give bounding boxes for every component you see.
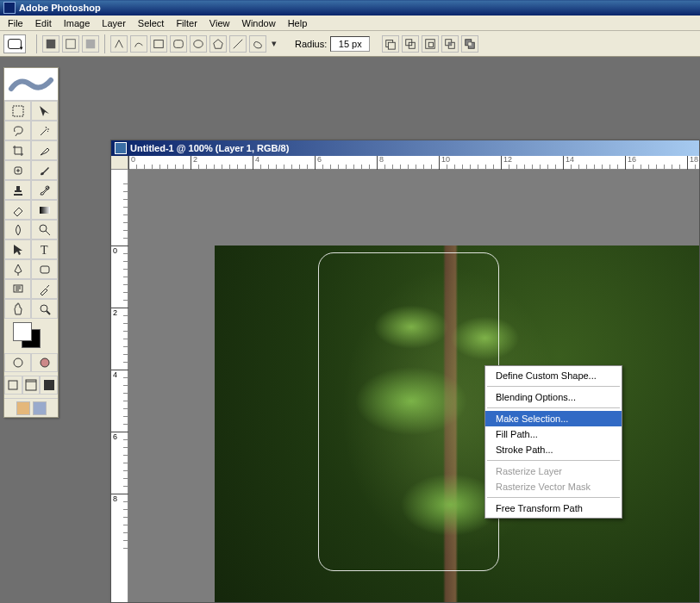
tool-eraser[interactable] — [4, 200, 31, 220]
menu-select[interactable]: Select — [132, 17, 171, 29]
radius-input[interactable] — [330, 36, 370, 52]
context-menu-separator — [487, 497, 620, 498]
svg-text:T: T — [41, 244, 48, 257]
context-menu-item[interactable]: Define Custom Shape... — [485, 368, 622, 383]
context-menu-separator — [487, 386, 620, 387]
tool-slice[interactable] — [31, 140, 58, 160]
ruler-h-label: 10 — [441, 155, 450, 164]
tool-marquee[interactable] — [4, 101, 31, 121]
ruler-h-label: 12 — [503, 155, 512, 164]
svg-rect-0 — [47, 39, 56, 48]
ruler-h-label: 0 — [131, 155, 135, 164]
rect-shape-icon[interactable] — [150, 35, 167, 53]
context-menu-item[interactable]: Free Transform Path — [485, 500, 622, 516]
menu-help[interactable]: Help — [282, 17, 314, 29]
ruler-h-label: 2 — [193, 155, 197, 164]
menu-view[interactable]: View — [203, 17, 236, 29]
palette-header[interactable] — [4, 68, 58, 101]
rounded-rect-shape-icon[interactable] — [170, 35, 187, 53]
menu-window[interactable]: Window — [236, 17, 282, 29]
ruler-h-label: 8 — [379, 155, 384, 164]
paths-mode-icon[interactable] — [62, 35, 79, 53]
menu-file[interactable]: File — [2, 17, 29, 29]
tool-blur[interactable] — [4, 220, 31, 239]
menu-layer[interactable]: Layer — [96, 17, 132, 29]
screen-full-icon[interactable] — [40, 376, 58, 395]
context-menu-item[interactable]: Blending Options... — [485, 389, 622, 405]
svg-rect-33 — [9, 381, 17, 389]
context-menu-separator — [487, 407, 620, 408]
custom-shape-icon[interactable] — [249, 35, 266, 53]
new-layer-icon[interactable] — [382, 35, 399, 53]
ruler-v-label: 0 — [113, 246, 117, 255]
tool-grid: T — [4, 101, 58, 319]
tool-move[interactable] — [31, 101, 58, 121]
jump-secondary-icon[interactable] — [33, 401, 47, 415]
tool-notes[interactable] — [4, 279, 31, 299]
screen-fullmenu-icon[interactable] — [22, 376, 41, 395]
color-swatches[interactable] — [4, 319, 58, 353]
tool-history-brush[interactable] — [31, 180, 58, 200]
ruler-h-label: 16 — [628, 155, 636, 164]
ruler-origin[interactable] — [111, 156, 128, 170]
chevron-down-icon: ▾ — [20, 45, 23, 52]
subtract-shape-icon[interactable] — [422, 35, 439, 53]
tool-pen[interactable] — [4, 259, 31, 279]
tool-shape[interactable] — [31, 259, 58, 279]
menu-image[interactable]: Image — [58, 17, 97, 29]
svg-rect-3 — [154, 40, 164, 47]
screen-standard-icon[interactable] — [4, 376, 22, 395]
ruler-vertical[interactable]: 02468 — [111, 170, 128, 602]
svg-point-24 — [40, 225, 47, 232]
context-menu-separator — [487, 460, 620, 461]
svg-rect-36 — [44, 380, 54, 390]
intersect-shape-icon[interactable] — [441, 35, 459, 53]
fill-pixels-mode-icon[interactable] — [82, 35, 99, 53]
tool-healing[interactable] — [4, 160, 31, 180]
add-to-shape-icon[interactable] — [402, 35, 419, 53]
tool-hand[interactable] — [4, 299, 31, 319]
tool-eyedropper[interactable] — [31, 279, 58, 299]
shape-options-dropdown[interactable]: ▾ — [269, 35, 279, 53]
standard-mode-icon[interactable] — [4, 353, 31, 372]
context-menu-item: Rasterize Layer — [485, 463, 622, 479]
tool-preset-picker[interactable]: ▾ — [3, 34, 26, 53]
tool-lasso[interactable] — [4, 121, 31, 140]
menu-filter[interactable]: Filter — [170, 17, 203, 29]
tool-stamp[interactable] — [4, 180, 31, 200]
tool-brush[interactable] — [31, 160, 58, 180]
tool-path-select[interactable] — [4, 239, 31, 259]
document-icon — [115, 142, 127, 154]
freeform-pen-icon[interactable] — [130, 35, 147, 53]
menu-edit[interactable]: Edit — [29, 17, 58, 29]
context-menu-item[interactable]: Make Selection... — [485, 411, 622, 426]
document-title-bar[interactable]: Untitled-1 @ 100% (Layer 1, RGB/8) — [111, 140, 699, 156]
tool-wand[interactable] — [31, 121, 58, 140]
shape-layers-mode-icon[interactable] — [42, 35, 59, 53]
svg-point-31 — [14, 358, 22, 367]
tool-gradient[interactable] — [31, 200, 58, 220]
tool-crop[interactable] — [4, 140, 31, 160]
line-shape-icon[interactable] — [229, 35, 247, 53]
radius-label: Radius: — [295, 39, 327, 49]
quickmask-mode-icon[interactable] — [31, 353, 58, 372]
svg-rect-2 — [86, 39, 96, 48]
polygon-shape-icon[interactable] — [209, 35, 227, 53]
tool-zoom[interactable] — [31, 299, 58, 319]
jump-imageready-icon[interactable] — [16, 401, 30, 415]
ruler-v-label: 8 — [113, 494, 117, 503]
tool-dodge[interactable] — [31, 220, 58, 239]
tool-palette: T — [3, 67, 59, 418]
context-menu-item[interactable]: Stroke Path... — [485, 442, 622, 457]
svg-line-7 — [234, 39, 243, 48]
foreground-color-swatch[interactable] — [13, 322, 32, 341]
exclude-overlap-icon[interactable] — [461, 35, 478, 53]
canvas[interactable] — [215, 246, 700, 603]
vector-path-outline[interactable] — [318, 252, 499, 571]
ruler-horizontal[interactable]: 024681012141618 — [128, 156, 699, 170]
tool-type[interactable]: T — [31, 239, 58, 259]
ellipse-shape-icon[interactable] — [190, 35, 207, 53]
context-menu-item[interactable]: Fill Path... — [485, 426, 622, 442]
ruler-v-label: 4 — [113, 370, 117, 379]
pen-shape-icon[interactable] — [110, 35, 128, 53]
